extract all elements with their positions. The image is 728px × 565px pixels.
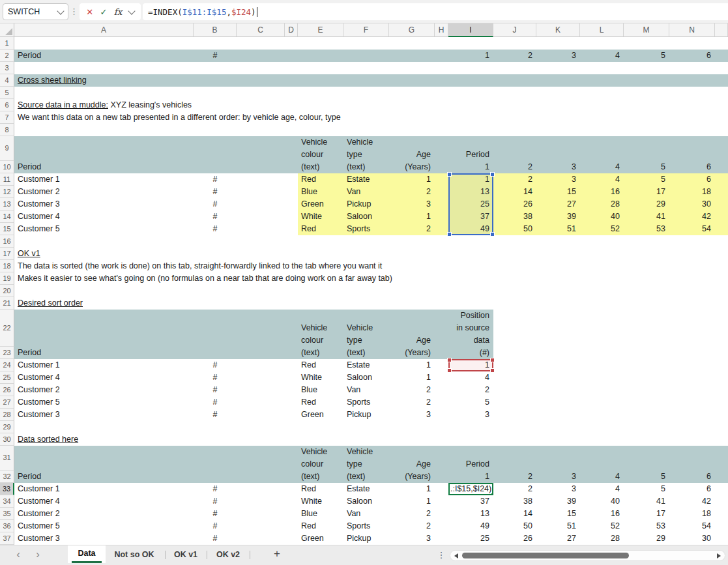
grid-cell[interactable]: 52: [580, 520, 624, 532]
grid-cell[interactable]: White: [298, 210, 343, 223]
grid-cell[interactable]: 3: [536, 50, 580, 62]
grid-cell[interactable]: 2: [389, 396, 435, 409]
table-header-cell[interactable]: in source: [448, 322, 493, 334]
table-header-cell[interactable]: Age: [389, 334, 435, 347]
tab-not-so-ok[interactable]: Not so OK: [106, 545, 163, 564]
table-header-cell[interactable]: type: [343, 334, 389, 347]
grid-cell[interactable]: 1: [389, 371, 435, 384]
tab-overflow-dots-icon[interactable]: ⋮: [437, 545, 446, 564]
column-header-partial[interactable]: [715, 23, 728, 37]
grid-cell[interactable]: 5: [624, 50, 669, 62]
grid-cell[interactable]: 17: [624, 186, 669, 198]
table-header-cell[interactable]: (text): [343, 471, 389, 483]
grid-cell[interactable]: 1: [389, 483, 435, 495]
row-header-4[interactable]: 4: [0, 74, 14, 87]
grid-cell[interactable]: 2: [493, 483, 536, 495]
grid-cell[interactable]: Saloon: [343, 371, 389, 384]
table-header-cell[interactable]: 4: [580, 471, 624, 483]
table-row-name[interactable]: Customer 2: [14, 186, 194, 198]
table-header-cell[interactable]: Period: [14, 471, 194, 483]
range-handle[interactable]: [491, 358, 494, 362]
heading-data-sorted-here[interactable]: Data sorted here: [14, 433, 78, 446]
fill-handle[interactable]: [491, 493, 493, 495]
grid-cell[interactable]: #: [194, 483, 237, 495]
grid-cell[interactable]: 6: [669, 50, 715, 62]
grid-cell[interactable]: 40: [580, 210, 624, 223]
table-header-cell[interactable]: colour: [298, 458, 343, 471]
table-header-cell[interactable]: Period: [14, 161, 194, 173]
row-header-18[interactable]: 18: [0, 260, 14, 272]
table-header-cell[interactable]: (Years): [389, 347, 435, 359]
table-row-name[interactable]: Customer 1: [14, 173, 194, 186]
grid-cell[interactable]: 39: [536, 210, 580, 223]
row-header-12[interactable]: 12: [0, 186, 14, 198]
grid-cell[interactable]: 15: [536, 186, 580, 198]
table-header-cell[interactable]: (text): [343, 347, 389, 359]
grid-cell[interactable]: 27: [536, 532, 580, 545]
grid-cell[interactable]: Pickup: [343, 409, 389, 421]
grid-cell[interactable]: Blue: [298, 186, 343, 198]
row-header-20[interactable]: 20: [0, 285, 14, 297]
table-header-cell[interactable]: Age: [389, 458, 435, 471]
grid-cell[interactable]: Saloon: [343, 210, 389, 223]
grid-cell[interactable]: 28: [580, 532, 624, 545]
grid-cell[interactable]: White: [298, 495, 343, 508]
row-header-8[interactable]: 8: [0, 124, 14, 136]
range-handle[interactable]: [448, 173, 451, 176]
grid-cell[interactable]: Green: [298, 532, 343, 545]
table-row-name[interactable]: Customer 5: [14, 396, 194, 409]
grid-cell[interactable]: 1: [389, 210, 435, 223]
row-header-22[interactable]: 22: [0, 310, 14, 347]
column-header-C[interactable]: C: [237, 23, 285, 37]
row-header-10[interactable]: 10: [0, 161, 14, 173]
grid-cell[interactable]: 49: [448, 520, 493, 532]
row-header-30[interactable]: 30: [0, 433, 14, 446]
grid-cell[interactable]: Red: [298, 520, 343, 532]
grid-cell[interactable]: 18: [669, 186, 715, 198]
grid-cell[interactable]: 29: [624, 198, 669, 210]
grid-cell[interactable]: 4: [580, 50, 624, 62]
grid-cell[interactable]: #: [194, 210, 237, 223]
note-line19[interactable]: Makes it easier to see what's going on (…: [14, 272, 392, 285]
grid-cell[interactable]: 2: [493, 173, 536, 186]
grid-cell[interactable]: 54: [669, 223, 715, 235]
grid-cell[interactable]: 39: [536, 495, 580, 508]
cancel-icon[interactable]: ✕: [86, 7, 93, 17]
table-header-cell[interactable]: (Years): [389, 471, 435, 483]
table-header-cell[interactable]: colour: [298, 334, 343, 347]
table-header-cell[interactable]: Age: [389, 149, 435, 161]
table-row-name[interactable]: Customer 2: [14, 384, 194, 396]
grid-cell[interactable]: 42: [669, 210, 715, 223]
grid-cell[interactable]: 3: [389, 532, 435, 545]
table-header-cell[interactable]: Period: [448, 149, 493, 161]
grid-cell[interactable]: 2: [389, 186, 435, 198]
grid-cell[interactable]: 25: [448, 532, 493, 545]
heading-desired-sort-order[interactable]: Desired sort order: [14, 297, 83, 310]
range-handle[interactable]: [491, 173, 494, 176]
table-header-cell[interactable]: data: [448, 334, 493, 347]
table-header-cell[interactable]: (text): [298, 161, 343, 173]
grid-cell[interactable]: #: [194, 532, 237, 545]
table-header-cell[interactable]: type: [343, 458, 389, 471]
scroll-left-arrow-icon[interactable]: [454, 553, 458, 558]
grid-cell[interactable]: #: [194, 396, 237, 409]
grid-cell[interactable]: #: [194, 409, 237, 421]
row-header-26[interactable]: 26: [0, 384, 14, 396]
row-header-17[interactable]: 17: [0, 248, 14, 260]
grid-cell[interactable]: 2: [389, 508, 435, 520]
grid-cell[interactable]: 3: [448, 409, 493, 421]
row-header-25[interactable]: 25: [0, 371, 14, 384]
grid-cell[interactable]: #: [194, 508, 237, 520]
formula-range-highlight-red[interactable]: [448, 359, 493, 371]
grid-cell[interactable]: Green: [298, 198, 343, 210]
row-header-3[interactable]: 3: [0, 62, 14, 74]
scrollbar-thumb[interactable]: [462, 553, 629, 558]
grid-cell[interactable]: 6: [669, 483, 715, 495]
row-header-27[interactable]: 27: [0, 396, 14, 409]
grid-cell[interactable]: 41: [624, 210, 669, 223]
grid-cell[interactable]: 42: [669, 495, 715, 508]
grid-cell[interactable]: 37: [448, 495, 493, 508]
row-header-32[interactable]: 32: [0, 471, 14, 483]
column-header-I[interactable]: I: [448, 23, 493, 37]
grid-cell[interactable]: 26: [493, 532, 536, 545]
